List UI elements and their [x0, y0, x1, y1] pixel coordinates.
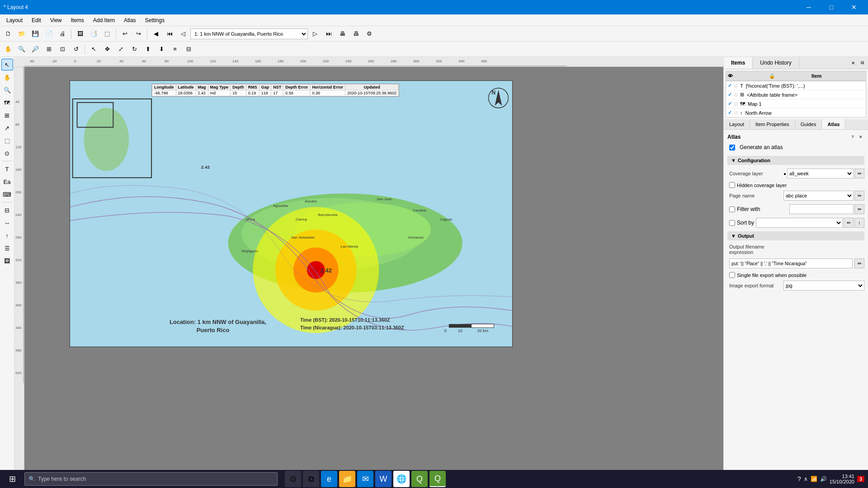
- check-icon[interactable]: ✓: [728, 101, 732, 107]
- sort-by-select[interactable]: [756, 218, 843, 228]
- move-btn[interactable]: ✥: [101, 43, 113, 55]
- sub-tab-atlas[interactable]: Atlas: [822, 119, 845, 129]
- add-3d-tool[interactable]: ⊞: [1, 109, 13, 121]
- menu-add-item[interactable]: Add Item: [89, 15, 119, 25]
- taskbar-explorer[interactable]: 📁: [339, 471, 355, 487]
- volume-icon[interactable]: 🔊: [820, 476, 827, 482]
- hidden-coverage-checkbox[interactable]: [729, 182, 735, 188]
- single-file-checkbox[interactable]: [729, 272, 735, 278]
- open-btn[interactable]: 📁: [15, 28, 28, 40]
- output-filename-input[interactable]: [729, 258, 853, 268]
- export-pdf-btn[interactable]: 📑: [87, 28, 100, 40]
- rotate-btn[interactable]: ↻: [128, 43, 141, 55]
- taskbar-qgis2[interactable]: Q: [429, 471, 446, 487]
- atlas-last-btn[interactable]: ⏭: [322, 28, 335, 40]
- atlas-help-btn[interactable]: ?: [849, 133, 856, 141]
- atlas-prev2-btn[interactable]: ◁: [177, 28, 189, 40]
- check-icon[interactable]: ✓: [728, 92, 732, 98]
- new-btn[interactable]: 🗋: [2, 28, 14, 40]
- select-btn[interactable]: ↖: [87, 43, 100, 55]
- add-marker-tool[interactable]: ⊙: [1, 147, 13, 159]
- atlas-export-btn[interactable]: 🖶: [336, 28, 349, 40]
- sort-by-order-btn[interactable]: ↑: [854, 218, 864, 228]
- list-item[interactable]: ✓ □ 🗺 Map 1: [726, 99, 866, 108]
- minimize-button[interactable]: ─: [798, 0, 819, 14]
- taskbar-cortana[interactable]: ⊙: [285, 471, 301, 487]
- add-table-tool[interactable]: ⊟: [1, 204, 13, 216]
- lower-btn[interactable]: ⬇: [155, 43, 168, 55]
- sort-by-edit-btn[interactable]: ✏: [844, 218, 854, 228]
- add-north-tool[interactable]: ↑: [1, 230, 13, 241]
- zoom-out-btn[interactable]: 🔎: [29, 43, 42, 55]
- chevron-icon[interactable]: ∧: [804, 476, 808, 482]
- start-button[interactable]: ⊞: [4, 470, 21, 488]
- sub-tab-layout[interactable]: Layout: [724, 119, 750, 129]
- export-image-btn[interactable]: 🖼: [74, 28, 86, 40]
- export-svg-btn[interactable]: ⬚: [101, 28, 113, 40]
- list-item[interactable]: ✓ □ T [%concat('Time (BST): ',...): [726, 81, 866, 90]
- help-icon[interactable]: ?: [797, 475, 801, 483]
- page-name-edit-btn[interactable]: ✏: [854, 191, 864, 201]
- print-btn[interactable]: 🖨: [56, 28, 69, 40]
- taskbar-taskview[interactable]: ⧉: [303, 471, 319, 487]
- zoom-tool[interactable]: 🔍: [1, 84, 13, 96]
- add-arrow-tool[interactable]: ↗: [1, 122, 13, 134]
- taskbar-clock[interactable]: 13:41 15/10/2020: [830, 474, 854, 484]
- redo-btn[interactable]: ↪: [132, 28, 145, 40]
- atlas-nav-select[interactable]: 1: 1 km NNW of Guayanilla, Puerto Rico: [190, 28, 308, 39]
- add-shape-tool[interactable]: ⬚: [1, 135, 13, 146]
- atlas-close-btn[interactable]: ✕: [857, 133, 864, 141]
- save-btn[interactable]: 💾: [29, 28, 42, 40]
- add-picture-tool[interactable]: 🖼: [1, 255, 13, 267]
- check-icon[interactable]: ✓: [728, 83, 732, 89]
- taskbar-edge[interactable]: e: [321, 471, 337, 487]
- sort-by-checkbox[interactable]: [729, 220, 735, 226]
- zoom-in-btn[interactable]: 🔍: [15, 43, 28, 55]
- tab-undo-history[interactable]: Undo History: [753, 57, 799, 69]
- pan-btn[interactable]: ✋: [2, 43, 14, 55]
- network-icon[interactable]: 📶: [811, 476, 817, 482]
- taskbar-mail[interactable]: ✉: [357, 471, 373, 487]
- add-html-tool[interactable]: ⌨: [1, 188, 13, 200]
- atlas-next-btn[interactable]: ▷: [309, 28, 321, 40]
- align-btn[interactable]: ≡: [169, 43, 181, 55]
- taskbar-word[interactable]: W: [375, 471, 392, 487]
- menu-items[interactable]: Items: [66, 15, 89, 25]
- filter-with-input[interactable]: [789, 204, 854, 214]
- sub-tab-item-properties[interactable]: Item Properties: [750, 119, 795, 129]
- menu-view[interactable]: View: [46, 15, 66, 25]
- resize-btn[interactable]: ⤢: [114, 43, 127, 55]
- add-legend-tool[interactable]: ☰: [1, 242, 13, 254]
- atlas-prev-btn[interactable]: ◀: [150, 28, 162, 40]
- taskbar-search-box[interactable]: 🔍 Type here to search: [24, 472, 278, 486]
- zoom-layer-btn[interactable]: ⊡: [56, 43, 69, 55]
- menu-settings[interactable]: Settings: [141, 15, 169, 25]
- list-item[interactable]: ✓ □ ↑ North Arrow: [726, 108, 866, 117]
- distribute-btn[interactable]: ⊟: [182, 43, 195, 55]
- raise-btn[interactable]: ⬆: [142, 43, 154, 55]
- zoom-extent-btn[interactable]: ⊞: [42, 43, 55, 55]
- refresh-btn[interactable]: ↺: [70, 43, 82, 55]
- close-button[interactable]: ✕: [844, 0, 864, 14]
- output-section-header[interactable]: ▼ Output: [727, 231, 864, 240]
- add-map-tool[interactable]: 🗺: [1, 97, 13, 108]
- select-tool[interactable]: ↖: [1, 59, 13, 70]
- filter-with-edit-btn[interactable]: ✏: [854, 204, 864, 214]
- notification-badge[interactable]: 3: [857, 476, 864, 482]
- sub-tab-guides[interactable]: Guides: [795, 119, 822, 129]
- undo-btn[interactable]: ↩: [118, 28, 131, 40]
- taskbar-chrome[interactable]: 🌐: [393, 471, 410, 487]
- output-filename-edit-btn[interactable]: ✏: [854, 258, 864, 268]
- page-name-select[interactable]: abc place: [783, 191, 854, 201]
- image-format-select[interactable]: jpg png svg pdf: [783, 281, 864, 291]
- atlas-first-btn[interactable]: ⏮: [163, 28, 176, 40]
- save-as-btn[interactable]: 📄: [42, 28, 55, 40]
- canvas-scroll[interactable]: 0 40 80 120 160 200 240 280 320 360 400 …: [14, 67, 723, 474]
- filter-with-checkbox[interactable]: [729, 206, 735, 212]
- add-scalebar-tool[interactable]: ↔: [1, 217, 13, 229]
- maximize-button[interactable]: □: [821, 0, 842, 14]
- add-text-tool[interactable]: T: [1, 163, 13, 175]
- taskbar-qgis[interactable]: Q: [411, 471, 428, 487]
- atlas-export2-btn[interactable]: 🖷: [349, 28, 362, 40]
- tab-items[interactable]: Items: [724, 57, 753, 69]
